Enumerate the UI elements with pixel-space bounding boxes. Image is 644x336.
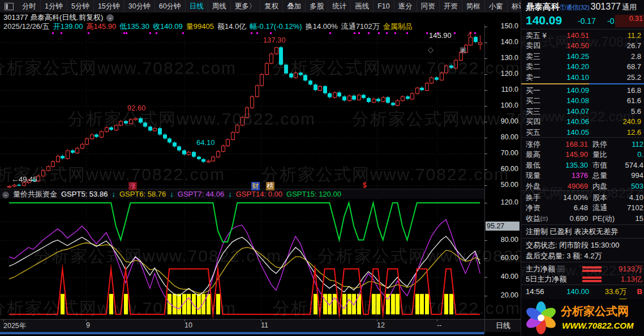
toolbar-item-8[interactable]: 周线	[208, 0, 231, 12]
stat-label: 量比	[593, 150, 607, 160]
indicator-collapse-icon[interactable]: ⌄	[2, 192, 9, 198]
stat-value: 135.30	[551, 160, 588, 171]
toolbar-item-7[interactable]: 日线	[186, 0, 208, 12]
time-axis: 2025年9101112--	[0, 319, 484, 332]
flower-logo-icon	[523, 300, 559, 335]
stat-value: 14.00%	[551, 193, 588, 203]
list-icon[interactable]: ▤	[557, 265, 565, 273]
toolbar-item-17[interactable]: 同资	[417, 0, 440, 12]
chevron-down-icon[interactable]: ⌄	[106, 14, 114, 22]
divider	[521, 29, 644, 29]
chart-title-row: 301377 鼎泰高科(日线.前复权)⌄	[0, 13, 484, 22]
order-price: 140.08	[555, 96, 589, 106]
sell-row-5[interactable]: 卖五 ¥140.5111.2	[521, 31, 644, 41]
industry-tag[interactable]: ①通信(32)	[560, 4, 590, 11]
orderbook-divider	[521, 83, 644, 84]
order-price: 140.51	[555, 31, 589, 41]
last-price: 140.09	[526, 14, 562, 27]
sell-row-4[interactable]: 卖四140.5026.7	[521, 41, 644, 51]
indicator-axis-label: 80.00	[487, 236, 518, 244]
price-axis-label: 50.00	[487, 181, 518, 189]
toolbar-item-9[interactable]: 更多〉	[231, 0, 261, 12]
order-price: 140.05	[555, 127, 589, 138]
toolbar-item-21[interactable]: 标记	[508, 0, 521, 12]
stat-row: 外盘49069内盘503	[521, 181, 644, 192]
buy-row-3[interactable]: 买三140.075.6	[521, 107, 644, 117]
buy-row-2[interactable]: 买二140.0861.6	[521, 96, 644, 106]
event-marker[interactable]: $	[360, 181, 369, 190]
order-level-label: 买一	[526, 86, 540, 96]
stat-value: 49069	[551, 181, 588, 192]
money-flow-label: 5日主力净额	[526, 274, 566, 284]
event-marker[interactable]: 财	[251, 182, 260, 190]
divider	[521, 262, 644, 262]
stat-row: 最高145.90量比0.	[521, 150, 644, 160]
sell-row-3[interactable]: 卖三140.252.8	[521, 52, 644, 62]
info-segment-7: 额14.0亿	[217, 22, 246, 31]
info-segment-3: ↓	[111, 190, 115, 198]
buy-row-5[interactable]: 买五140.0512.6	[521, 127, 644, 138]
toolbar-item-15[interactable]: F10	[373, 0, 394, 12]
buy-row-1[interactable]: 买一140.0916.8	[521, 86, 644, 96]
indicator-axis-label: 20.00	[487, 291, 518, 299]
stat-label: 最高	[526, 150, 540, 160]
stat-label: 收益㈢	[526, 214, 548, 224]
event-marker[interactable]: 榜	[266, 182, 274, 190]
order-price: 140.07	[555, 107, 589, 117]
toolbar-item-11[interactable]: 叠加	[283, 0, 306, 12]
stat-label: 跌停	[593, 139, 607, 150]
sell-row-2[interactable]: 卖二140.2068.7	[521, 62, 644, 72]
stat-value: 15	[636, 214, 643, 224]
window-icon[interactable]: ▣	[460, 45, 466, 54]
stat-value: 145.90	[551, 150, 588, 160]
toolbar-item-2[interactable]: 1分钟	[41, 0, 67, 12]
toolbar-item-20[interactable]: 小窗	[485, 0, 508, 12]
window-layout-icon[interactable]	[5, 3, 14, 10]
indicator-header: ⌄量价共振资金GSPT5: 53.86↓GSPT6: 58.76↓GSPT7: …	[0, 189, 484, 199]
toolbar-item-3[interactable]: 5分钟	[67, 0, 94, 12]
divider	[521, 238, 644, 239]
indicator-chart[interactable]	[0, 199, 484, 319]
toolbar-item-1[interactable]: 分时	[18, 0, 41, 12]
toolbar-item-12[interactable]: 多股	[306, 0, 328, 12]
divider	[521, 137, 644, 138]
toolbar-item-4[interactable]: 15分钟	[94, 0, 124, 12]
toolbar-item-5[interactable]: 30分钟	[124, 0, 155, 12]
time-axis-label: 12	[377, 321, 385, 329]
price-annotation: 137.30	[263, 36, 286, 44]
toolbar-item-10[interactable]: 复权	[260, 0, 283, 12]
horizontal-scrollbar[interactable]	[0, 332, 484, 334]
info-segment-2: 开139.00	[53, 22, 83, 31]
toolbar-item-14[interactable]: 画线	[351, 0, 373, 12]
info-segment-5: 收140.09	[153, 22, 183, 31]
top-toolbar: 分时1分钟5分钟15分钟30分钟60分钟日线周线更多〉复权叠加多股统计画线F10…	[0, 0, 521, 12]
order-price: 140.09	[555, 86, 589, 96]
layout-suffix: 通用	[622, 3, 637, 11]
order-level-label: 卖五 ¥	[526, 31, 547, 41]
toolbar-item-19[interactable]: 简框	[462, 0, 485, 12]
price-annotation: 64.10	[196, 138, 215, 147]
toolbar-item-13[interactable]: 统计	[328, 0, 351, 12]
price-axis-label: 110.0	[487, 86, 518, 93]
time-axis-label: 2025年	[3, 321, 26, 331]
divider	[521, 284, 644, 285]
order-amount: 25.2	[627, 73, 641, 83]
tick-side: B	[637, 287, 642, 297]
toolbar-item-16[interactable]: 逐分	[394, 0, 417, 12]
logo-site-url[interactable]: WWW.70822.COM	[562, 321, 633, 330]
order-amount: 5.6	[631, 107, 641, 117]
ohlc-info-bar: 2025/12/26/五开139.00高145.90低135.30收140.09…	[0, 22, 484, 31]
period-button[interactable]: 日线	[484, 319, 521, 332]
info-segment-1: 量价共振资金	[13, 190, 57, 198]
order-level-label: 买三	[526, 107, 540, 117]
info-segment-7: ↓	[228, 190, 232, 198]
sell-row-1[interactable]: 卖一140.1025.2	[521, 73, 644, 83]
event-marker[interactable]: 涨	[128, 182, 137, 190]
toolbar-item-18[interactable]: 开资	[440, 0, 462, 12]
info-segment-10: 流通7102万	[341, 22, 380, 31]
buy-row-4[interactable]: 买四140.06240.9	[521, 117, 644, 127]
candlestick-chart[interactable]	[0, 31, 484, 189]
diamond-icon[interactable]: ◇	[428, 45, 433, 54]
toolbar-item-6[interactable]: 60分钟	[155, 0, 186, 12]
stat-label: 内盘	[593, 181, 607, 192]
